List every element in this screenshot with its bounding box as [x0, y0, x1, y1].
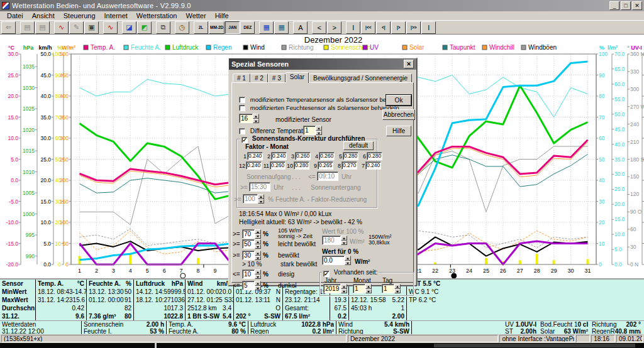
chart-red-icon[interactable]: ∿ [54, 21, 69, 34]
close-button[interactable]: ✕ [632, 1, 642, 10]
spinner-down-icon[interactable] [365, 289, 372, 294]
checkbox-icon[interactable] [239, 97, 245, 103]
spinner-down-icon[interactable] [255, 234, 261, 239]
spinner-value[interactable]: 1 [382, 284, 394, 293]
factor-value-field[interactable]: 0.240 [246, 161, 262, 170]
spinner-down-icon[interactable] [394, 289, 401, 294]
factor-value-field[interactable]: 0.260 [270, 161, 286, 170]
spinner-up-icon[interactable] [255, 269, 261, 275]
default-button[interactable]: default [343, 141, 374, 150]
spinner-value[interactable]: 16 [239, 114, 253, 123]
checkmark-icon[interactable]: ✓ [323, 271, 330, 277]
dialog-titlebar[interactable]: Spezial Sensoren ✕ [229, 58, 416, 70]
monat-spinner[interactable]: 1 [353, 284, 372, 293]
modified-sensor-spinner[interactable]: 16 [239, 114, 259, 123]
spinner-up-icon[interactable] [365, 284, 372, 289]
spinner-down-icon[interactable] [253, 119, 259, 124]
menu-item-steuerung[interactable]: Steuerung [59, 11, 100, 20]
diff-temp-spinner[interactable]: 1 [303, 126, 322, 135]
tab-solar[interactable]: Solar [286, 72, 309, 83]
spinner-down-icon[interactable] [341, 241, 347, 246]
spinner-value[interactable]: 50 [242, 239, 255, 249]
range-end-button[interactable]: I [421, 21, 436, 34]
spinner-down-icon[interactable] [255, 275, 261, 280]
spinner-down-icon[interactable] [255, 286, 261, 291]
checkmark-icon[interactable]: ✓ [242, 137, 248, 143]
menu-item-ansicht[interactable]: Ansicht [28, 11, 59, 20]
spinner-up-icon[interactable] [341, 236, 347, 241]
menu-item-hilfe[interactable]: Hilfe [211, 11, 233, 20]
spinner-up-icon[interactable] [345, 256, 351, 261]
copy-icon[interactable]: ⧉ [156, 21, 170, 34]
factor-value-field[interactable]: 0.260 [319, 152, 335, 160]
print-icon[interactable]: ▣ [84, 21, 99, 34]
spinner-value[interactable]: 70 [242, 229, 255, 239]
table-blue-icon[interactable]: ▦ [259, 21, 274, 34]
step-fwd-button[interactable]: |> [391, 21, 406, 34]
factor-value-field[interactable]: 0.265 [318, 161, 333, 170]
curve-icon[interactable]: ∿ [103, 21, 118, 34]
factor-value-field[interactable]: 0.280 [367, 152, 382, 160]
wert100-spinner[interactable]: 180 [322, 236, 347, 245]
maximize-button[interactable]: □ [621, 1, 631, 10]
range-jan-button[interactable]: JAN [225, 21, 240, 34]
spinner-down-icon[interactable] [316, 131, 322, 136]
step-back-button[interactable]: <| [376, 21, 391, 34]
spinner-down-icon[interactable] [345, 261, 351, 266]
spinner-value[interactable]: 0.0 [322, 256, 345, 265]
factor-value-field[interactable]: 0.240 [271, 152, 287, 160]
tab--2[interactable]: # 2 [250, 73, 268, 83]
menu-item-datei[interactable]: Datei [3, 11, 28, 20]
tab-bew-lkungsgrad-sonnenenergie[interactable]: Bewölkungsgrad / Sonnenenergie [309, 73, 412, 83]
spinner-down-icon[interactable] [255, 256, 261, 261]
range-dez-button[interactable]: DEZ [240, 21, 255, 34]
checkbox-icon[interactable] [239, 105, 245, 111]
spinner-value[interactable]: 10 [242, 269, 255, 279]
dialog-close-icon[interactable]: ✕ [404, 60, 414, 68]
spinner-down-icon[interactable] [258, 199, 264, 204]
spinner-down-icon[interactable] [341, 289, 347, 294]
spinner-up-icon[interactable] [255, 281, 261, 286]
checkbox-vorhanden[interactable]: ✓ Vorhanden seit: [322, 269, 379, 277]
sunrise-time-field[interactable]: 09:10 [317, 171, 338, 181]
last-button[interactable]: |>> [406, 21, 421, 34]
jahr-spinner[interactable]: 2019 [323, 284, 347, 293]
spinner-up-icon[interactable] [316, 126, 322, 131]
factor-value-field[interactable]: 0.280 [343, 152, 358, 160]
range-mm-button[interactable]: MM-2D [209, 21, 225, 34]
wert0-spinner[interactable]: 0.0 [322, 256, 351, 265]
range-2l-button[interactable]: 2L [194, 21, 208, 34]
font-a-button[interactable]: A [293, 21, 308, 34]
clock-icon[interactable]: ◷ [175, 21, 189, 34]
spinner-up-icon[interactable] [255, 239, 261, 244]
menu-item-wetterstation[interactable]: Wetterstation [132, 11, 182, 20]
spinner-value[interactable]: 180 [322, 236, 341, 245]
help-button[interactable]: Hilfe [386, 126, 411, 136]
spinner-value[interactable]: 1 [303, 126, 316, 135]
spinner-value[interactable]: 2019 [323, 284, 341, 293]
cancel-button[interactable]: Abbrechen [382, 109, 415, 120]
menu-item-wetter[interactable]: Wetter [181, 11, 210, 20]
tab--1[interactable]: # 1 [233, 73, 250, 83]
spinner-value[interactable]: 5 [242, 281, 255, 290]
factor-value-field[interactable]: 0.280 [294, 161, 309, 170]
sunset-time-field[interactable]: 15:30 [249, 182, 270, 192]
spinner-up-icon[interactable] [394, 284, 401, 289]
tab--3[interactable]: # 3 [268, 73, 286, 83]
spinner-up-icon[interactable] [253, 114, 259, 119]
spinner-up-icon[interactable] [258, 194, 264, 199]
spinner-up-icon[interactable] [255, 229, 261, 234]
menu-item-internet[interactable]: Internet [100, 11, 132, 20]
next-button[interactable]: > [327, 21, 341, 34]
reduction-spinner[interactable]: 100 [243, 194, 264, 204]
range-start-button[interactable]: I [346, 21, 360, 34]
tag-spinner[interactable]: 1 [382, 284, 401, 293]
factor-value-field[interactable]: 0.240 [365, 161, 381, 170]
chart-green-icon[interactable]: ◩ [137, 21, 152, 34]
factor-value-field[interactable]: 0.270 [341, 161, 357, 170]
table-report-icon[interactable]: ▦ [274, 21, 289, 34]
spinner-value[interactable]: 1 [353, 284, 365, 293]
checkbox-hum-as-solar[interactable]: modifizierten Feuchtesensor als Solarsen… [239, 104, 399, 111]
minimize-button[interactable]: _ [609, 1, 619, 10]
factor-value-field[interactable]: 0.240 [247, 152, 263, 160]
